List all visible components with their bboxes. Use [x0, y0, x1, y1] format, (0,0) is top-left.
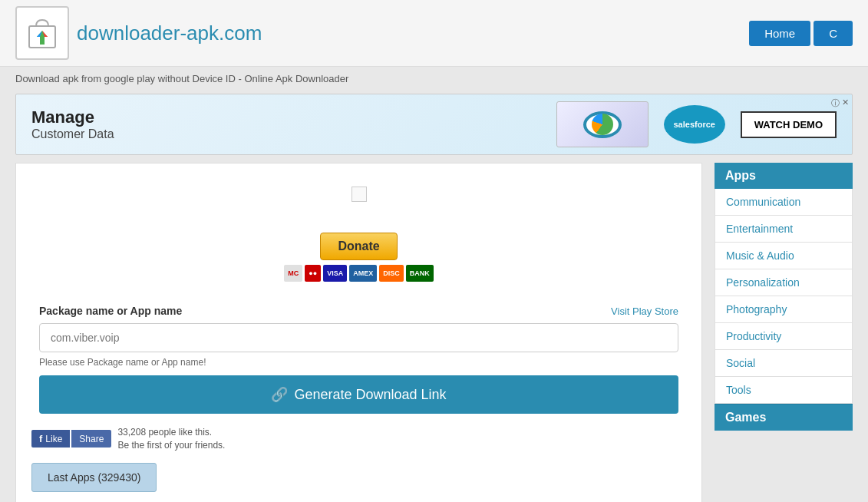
- payment-icons: MC ●● VISA AMEX DISC BANK: [284, 265, 433, 282]
- sidebar: Apps Communication Entertainment Music &…: [715, 163, 853, 502]
- form-section: Package name or App name Visit Play Stor…: [31, 305, 686, 414]
- logo-icon: [23, 14, 61, 52]
- amex-icon: AMEX: [349, 265, 377, 282]
- discover-icon: DISC: [379, 265, 404, 282]
- mastercard-icon: MC: [284, 265, 302, 282]
- visa-icon: VISA: [323, 265, 347, 282]
- svg-marker-1: [37, 31, 48, 45]
- form-hint: Please use Package name or App name!: [39, 357, 678, 368]
- ad-manage-text: Manage: [31, 107, 114, 127]
- secondary-nav-button[interactable]: C: [814, 21, 853, 46]
- breadcrumb-text: Download apk from google play without De…: [15, 73, 348, 84]
- fb-text: 33,208 people like this. Be the first of…: [117, 426, 225, 452]
- sidebar-item-communication[interactable]: Communication: [715, 189, 853, 216]
- like-label: Like: [45, 434, 62, 444]
- form-header: Package name or App name Visit Play Stor…: [39, 305, 678, 317]
- facebook-like-section: f Like Share 33,208 people like this. Be…: [31, 426, 686, 452]
- ad-info-icon: ⓘ: [831, 97, 840, 109]
- bank-icon: BANK: [406, 265, 434, 282]
- header: downloader-apk.com Home C: [0, 0, 868, 67]
- breadcrumb: Download apk from google play without De…: [0, 67, 868, 91]
- sidebar-item-social[interactable]: Social: [715, 350, 853, 377]
- sidebar-item-personalization[interactable]: Personalization: [715, 269, 853, 296]
- sidebar-item-photography[interactable]: Photography: [715, 296, 853, 323]
- header-nav: Home C: [749, 21, 853, 46]
- fb-icon: f: [39, 433, 42, 444]
- games-section-title: Games: [715, 404, 853, 431]
- ad-watch-demo-button[interactable]: WATCH DEMO: [741, 111, 837, 138]
- sidebar-item-tools[interactable]: Tools: [715, 377, 853, 404]
- ad-salesforce-logo: salesforce: [664, 105, 725, 144]
- generate-btn-label: Generate Download Link: [294, 387, 446, 403]
- package-name-input[interactable]: [39, 323, 678, 352]
- sidebar-item-music-audio[interactable]: Music & Audio: [715, 243, 853, 269]
- generate-download-link-button[interactable]: 🔗 Generate Download Link: [39, 375, 678, 414]
- facebook-share-button[interactable]: Share: [71, 430, 111, 448]
- donate-button[interactable]: Donate: [320, 233, 397, 260]
- form-label: Package name or App name: [39, 305, 182, 317]
- ad-image-section: salesforce WATCH DEMO: [556, 101, 837, 147]
- link-icon: 🔗: [271, 386, 288, 403]
- main-layout: Donate MC ●● VISA AMEX DISC BANK Package…: [0, 163, 868, 502]
- sidebar-item-entertainment[interactable]: Entertainment: [715, 216, 853, 243]
- ad-customer-text: Customer Data: [31, 127, 114, 141]
- maestro-icon: ●●: [305, 265, 321, 282]
- fb-people-count: 33,208 people like this.: [117, 427, 212, 438]
- home-button[interactable]: Home: [749, 21, 810, 46]
- content-placeholder: [351, 187, 367, 202]
- fb-friends-text: Be the first of your friends.: [117, 440, 225, 451]
- ad-banner: Manage Customer Data salesforce WATCH DE…: [15, 94, 853, 155]
- visit-play-store-link[interactable]: Visit Play Store: [611, 305, 678, 317]
- apps-section-title: Apps: [715, 163, 853, 189]
- sidebar-item-productivity[interactable]: Productivity: [715, 323, 853, 350]
- facebook-like-button[interactable]: f Like: [31, 430, 70, 448]
- logo-section: downloader-apk.com: [15, 6, 262, 60]
- logo-box: [15, 6, 69, 60]
- last-apps-button[interactable]: Last Apps (329430): [31, 463, 157, 492]
- content-area: Donate MC ●● VISA AMEX DISC BANK Package…: [15, 163, 702, 502]
- ad-text: Manage Customer Data: [31, 107, 114, 141]
- fb-buttons: f Like Share: [31, 430, 111, 448]
- donate-section: Donate MC ●● VISA AMEX DISC BANK: [31, 179, 686, 289]
- site-title: downloader-apk.com: [77, 21, 262, 45]
- ad-close-icon[interactable]: ✕: [842, 97, 849, 107]
